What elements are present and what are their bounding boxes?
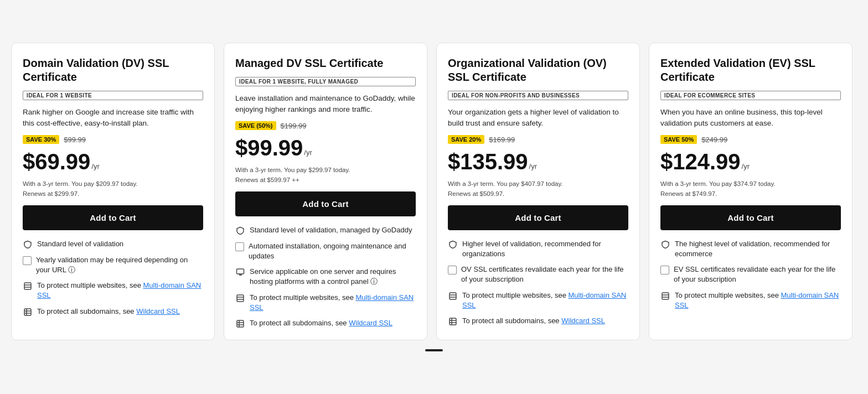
svg-rect-10 [237,295,244,302]
card-description: Your organization gets a higher level of… [448,107,628,128]
price-main: $124.99 [660,151,741,173]
feature-text: To protect multiple websites, see Multi-… [37,281,203,300]
feature-item: The highest level of validation, recomme… [660,239,841,259]
feature-item: To protect all subdomains, see Wildcard … [448,316,628,326]
feature-link-3[interactable]: Wildcard SSL [561,317,605,325]
svg-rect-3 [24,309,31,315]
feature-text: Standard level of validation, managed by… [250,225,412,235]
price-note: With a 3-yr term. You pay $209.97 today.… [23,179,203,199]
feature-item: EV SSL certificates revalidate each year… [660,265,841,284]
feature-text: Service applicable on one server and req… [250,267,416,287]
save-badge: SAVE 20% [448,135,484,144]
feature-item: To protect multiple websites, see Multi-… [235,293,416,313]
feature-text: Standard level of validation [37,239,123,249]
feature-text: To protect all subdomains, see Wildcard … [462,316,605,326]
price-block: $99.99 /yr [235,137,416,159]
feature-item: To protect all subdomains, see Wildcard … [235,318,416,329]
ssl-card-ov-ssl: Organizational Validation (OV) SSL Certi… [436,43,640,340]
card-title: Organizational Validation (OV) SSL Certi… [448,56,628,84]
feature-text: To protect all subdomains, see Wildcard … [250,318,392,328]
feature-text: To protect all subdomains, see Wildcard … [37,307,180,317]
add-to-cart-button[interactable]: Add to Cart [448,205,628,230]
price-per: /yr [91,163,99,170]
feature-item: To protect multiple websites, see Multi-… [660,291,841,310]
card-badge: IDEAL FOR ECOMMERCE SITES [660,91,841,100]
feature-text: OV SSL certificates revalidate each year… [461,265,628,284]
shield-icon [448,240,458,250]
svg-rect-24 [662,293,669,299]
svg-rect-17 [450,293,456,299]
feature-text: Automated installation, ongoing maintena… [249,241,416,261]
add-to-cart-button[interactable]: Add to Cart [235,191,416,216]
add-to-cart-button[interactable]: Add to Cart [660,205,841,230]
feature-item: Higher level of validation, recommended … [448,239,628,259]
features-list: Standard level of validationYearly valid… [23,239,203,317]
layers-icon [23,281,33,291]
checkbox-icon [448,266,457,274]
feature-link-3[interactable]: Multi-domain SAN SSL [250,293,414,312]
price-note: With a 3-yr term. You pay $407.97 today.… [448,179,628,199]
svg-rect-7 [237,269,244,274]
original-price: $169.99 [489,136,515,144]
price-note: With a 3-yr term. You pay $374.97 today.… [660,179,841,199]
original-price: $99.99 [64,136,86,144]
checkbox-icon [23,256,32,265]
ssl-card-dv-ssl: Domain Validation (DV) SSL Certificate I… [11,43,215,340]
feature-link-3[interactable]: Wildcard SSL [136,307,180,315]
feature-link-2[interactable]: Multi-domain SAN SSL [37,281,201,299]
feature-link-2[interactable]: Multi-domain SAN SSL [462,291,626,309]
pricing-row: SAVE (50%) $199.99 [235,121,416,130]
ssl-cards-container: Domain Validation (DV) SSL Certificate I… [11,43,852,340]
shield-icon [660,240,670,250]
globe-icon [23,307,33,317]
feature-item: To protect all subdomains, see Wildcard … [23,307,203,317]
price-main: $99.99 [235,137,303,159]
feature-link-4[interactable]: Wildcard SSL [349,319,392,327]
original-price: $249.99 [701,136,727,144]
feature-item: Service applicable on one server and req… [235,267,416,287]
pagination-indicator [425,349,443,351]
original-price: $199.99 [281,122,307,130]
feature-item: Yearly validation may be required depend… [23,255,203,275]
card-badge: IDEAL FOR NON-PROFITS AND BUSINESSES [448,91,628,100]
card-description: Rank higher on Google and increase site … [23,107,203,128]
svg-rect-20 [450,318,456,325]
price-block: $124.99 /yr [660,151,841,173]
feature-text: To protect multiple websites, see Multi-… [675,291,841,310]
features-list: The highest level of validation, recomme… [660,239,841,310]
shield-icon [23,240,33,250]
save-badge: SAVE (50%) [235,121,276,130]
card-badge: IDEAL FOR 1 WEBSITE [23,91,203,100]
feature-text: Yearly validation may be required depend… [36,255,203,275]
price-block: $135.99 /yr [448,151,628,173]
pricing-row: SAVE 20% $169.99 [448,135,628,144]
globe-icon [448,317,458,326]
layers-icon [235,293,245,303]
feature-item: Standard level of validation, managed by… [235,225,416,236]
feature-link-2[interactable]: Multi-domain SAN SSL [675,291,839,309]
feature-text: EV SSL certificates revalidate each year… [674,265,841,284]
ssl-card-ev-ssl: Extended Validation (EV) SSL Certificate… [649,43,852,340]
monitor-icon [235,267,245,277]
features-list: Higher level of validation, recommended … [448,239,628,326]
feature-item: Standard level of validation [23,239,203,250]
price-per: /yr [742,163,750,170]
feature-text: The highest level of validation, recomme… [675,239,841,259]
feature-text: To protect multiple websites, see Multi-… [250,293,416,313]
price-main: $135.99 [448,151,528,173]
checkbox-icon [660,266,669,274]
feature-text: To protect multiple websites, see Multi-… [462,291,628,310]
globe-icon [235,319,245,329]
ssl-card-managed-dv-ssl: Managed DV SSL Certificate IDEAL FOR 1 W… [224,43,427,340]
add-to-cart-button[interactable]: Add to Cart [23,205,203,230]
save-badge: SAVE 30% [23,135,59,144]
feature-item: OV SSL certificates revalidate each year… [448,265,628,284]
feature-item: Automated installation, ongoing maintena… [235,241,416,261]
feature-text: Higher level of validation, recommended … [462,239,628,259]
feature-item: To protect multiple websites, see Multi-… [23,281,203,300]
card-title: Managed DV SSL Certificate [235,56,416,70]
card-title: Domain Validation (DV) SSL Certificate [23,56,203,84]
price-per: /yr [304,149,312,156]
card-description: Leave installation and maintenance to Go… [235,93,416,115]
layers-icon [660,291,670,301]
